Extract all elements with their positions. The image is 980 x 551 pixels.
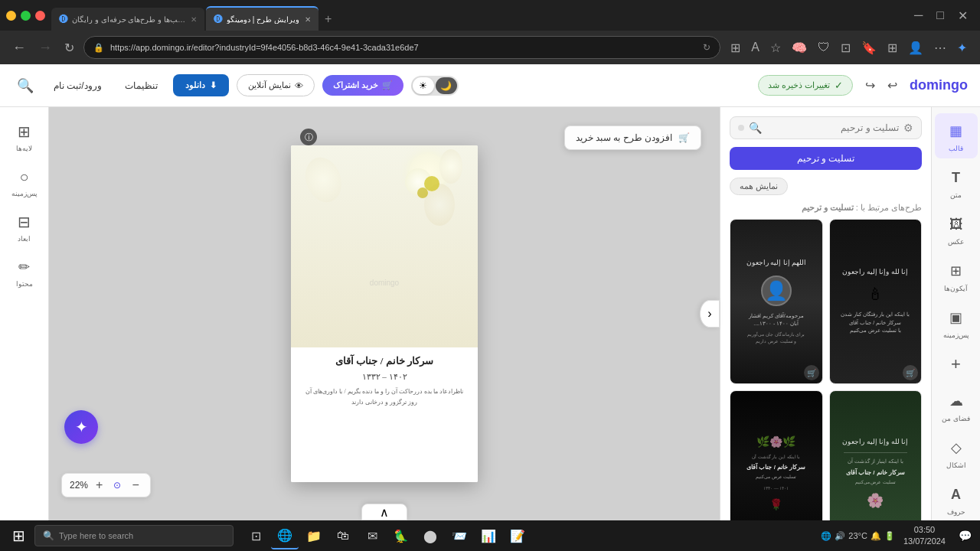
tool-layer[interactable]: ⊞ لایه‌ها xyxy=(3,115,46,158)
canvas-dates: ۱۴۰۲ – ۱۳۳۲ xyxy=(303,372,466,382)
subscribe-btn[interactable]: 🛒 خرید اشتراک xyxy=(322,75,403,96)
flower-3 xyxy=(439,149,462,184)
ext-apps2[interactable]: ⊞ xyxy=(884,37,901,58)
download-btn[interactable]: ⬇ دانلود xyxy=(173,74,229,96)
search-indicator xyxy=(738,125,744,131)
new-tab-btn[interactable]: + xyxy=(320,8,336,31)
tool-element[interactable]: ○ پس‌زمینه xyxy=(3,160,46,204)
ext-favorite[interactable]: ☆ xyxy=(766,37,785,58)
close-btn[interactable] xyxy=(35,11,45,21)
template-card-2[interactable]: اللهم إنا إليه راجعون 👤 مرحومه/آقای کریم… xyxy=(730,219,823,384)
ext-copilot[interactable]: ✦ xyxy=(953,37,971,58)
start-btn[interactable]: ⊞ xyxy=(5,522,32,549)
ext-account[interactable]: 👤 xyxy=(904,37,927,58)
arrow-toggle-right[interactable]: › xyxy=(700,300,720,328)
win-close[interactable]: ✕ xyxy=(952,7,974,24)
sidebar-tool-add[interactable]: + xyxy=(935,347,978,382)
signin-btn[interactable]: ورود/ثبت نام xyxy=(46,76,109,96)
ext-app[interactable]: ⊞ xyxy=(727,37,744,58)
taskbar-mail-icon[interactable]: ✉ xyxy=(358,522,386,549)
template-card-4[interactable]: 🌿🌸🌿 با اینکه این بار گذشت آن سرکار خانم … xyxy=(730,390,823,520)
save-indicator: ✓ تغییرات ذخیره شد xyxy=(758,75,853,96)
refresh-btn[interactable]: ↻ xyxy=(61,37,77,58)
taskbar-chrome-icon[interactable]: ⬤ xyxy=(416,522,444,549)
battery-icon: 🔋 xyxy=(884,531,895,541)
forward-btn[interactable]: → xyxy=(35,37,55,59)
taskbar-task-view[interactable]: ⊡ xyxy=(242,522,270,549)
browser-tabs: 🅓 قالب‌ها و طرح‌های حرفه‌ای و رایگان ✕ 🅓… xyxy=(51,0,902,31)
dark-theme-btn[interactable]: 🌙 xyxy=(436,77,457,94)
sidebar-tool-fonts[interactable]: A حروف xyxy=(935,477,978,522)
theme-toggle: 🌙 ☀ xyxy=(411,76,459,96)
sidebar-tool-shapes[interactable]: ◇ اشکال xyxy=(935,430,978,475)
ext-brain[interactable]: 🧠 xyxy=(788,37,811,58)
taskbar-parrot-icon[interactable]: 🦜 xyxy=(387,522,415,549)
taskbar-files-icon[interactable]: 📁 xyxy=(300,522,328,549)
search-btn[interactable]: 🔍 xyxy=(749,122,762,134)
redo-btn[interactable]: ↪ xyxy=(861,75,880,96)
tab-1-close[interactable]: ✕ xyxy=(191,15,197,24)
win-minimize[interactable]: ─ xyxy=(908,7,929,24)
zoom-reset-btn[interactable]: ⊙ xyxy=(110,478,124,492)
template-card-3[interactable]: إنا لله وإنا إليه راجعون با اینکه اینبار… xyxy=(829,390,923,520)
flower-5 xyxy=(299,152,348,207)
dimension-icon: ⊟ xyxy=(14,211,35,233)
tool-layer-label: لایه‌ها xyxy=(16,145,32,152)
ext-read[interactable]: A xyxy=(747,37,763,57)
myspace-icon: ☁ xyxy=(945,390,968,412)
canvas-action-btn[interactable]: 🛒 افزودن طرح به سبد خرید xyxy=(564,126,701,150)
condolence-template-btn[interactable]: تسلیت و ترحیم xyxy=(730,147,922,170)
filter-btn[interactable]: ⚙ xyxy=(903,122,913,134)
undo-btn[interactable]: ↩ xyxy=(883,75,902,96)
address-bar[interactable]: 🔒 https://app.domingo.ir/editor?industry… xyxy=(83,36,720,59)
template-card-1[interactable]: إنا لله وإنا إليه راجعون 🕯 با اینکه این … xyxy=(829,219,923,384)
ext-split[interactable]: ⊡ xyxy=(837,37,854,58)
magic-btn[interactable]: ✦ xyxy=(64,410,98,444)
arrow-toggle-top[interactable]: ∧ xyxy=(361,504,407,520)
settings-btn[interactable]: تنظیمات xyxy=(117,76,165,96)
zoom-in-btn[interactable]: + xyxy=(93,477,106,494)
sidebar-tool-icons[interactable]: ⊞ آیکون‌ها xyxy=(935,253,978,298)
sidebar-tool-myspace[interactable]: ☁ فضای من xyxy=(935,383,978,429)
date-display: 13/07/2024 xyxy=(903,536,946,547)
ext-more[interactable]: ⋯ xyxy=(930,37,950,58)
search-input[interactable] xyxy=(766,122,899,133)
taskbar-search[interactable]: 🔍 Type here to search xyxy=(34,525,234,546)
sidebar-tool-template[interactable]: ▦ قالب xyxy=(935,113,978,158)
tag-show-all[interactable]: نمایش همه xyxy=(730,178,788,195)
fonts-icon: A xyxy=(945,483,968,506)
network-icon: 🌐 xyxy=(821,531,831,541)
tool-content[interactable]: ✏ محتوا xyxy=(3,250,46,294)
taskbar-word-icon[interactable]: 📝 xyxy=(504,522,531,549)
lock-icon: 🔒 xyxy=(93,43,104,53)
notification-panel-btn[interactable]: 💬 xyxy=(954,525,975,546)
taskbar-excel-icon[interactable]: 📊 xyxy=(475,522,502,549)
header-search-btn[interactable]: 🔍 xyxy=(12,74,38,97)
sidebar-tool-photo[interactable]: 🖼 عکس xyxy=(935,207,978,252)
info-badge[interactable]: ⓘ xyxy=(300,129,317,145)
taskbar-telegram-icon[interactable]: 📨 xyxy=(446,522,473,549)
taskbar-time[interactable]: 03:50 13/07/2024 xyxy=(897,524,952,548)
sidebar-text-label: متن xyxy=(950,191,962,199)
ext-shield[interactable]: 🛡 xyxy=(814,37,834,57)
sidebar-tool-background[interactable]: ▣ پس‌زمینه xyxy=(935,300,978,345)
minimize-btn[interactable] xyxy=(6,11,16,21)
shapes-icon: ◇ xyxy=(945,436,968,459)
back-btn[interactable]: ← xyxy=(9,37,29,59)
tool-dimension[interactable]: ⊟ ابعاد xyxy=(3,205,46,249)
time-display: 03:50 xyxy=(903,524,946,536)
ext-collection[interactable]: 🔖 xyxy=(858,37,880,58)
light-theme-btn[interactable]: ☀ xyxy=(413,77,434,94)
taskbar-store-icon[interactable]: 🛍 xyxy=(329,522,357,549)
element-icon: ○ xyxy=(14,166,35,187)
win-maximize[interactable]: □ xyxy=(930,7,950,24)
tab-2-close[interactable]: ✕ xyxy=(305,15,311,24)
refresh-in-bar: ↻ xyxy=(703,42,710,53)
tab-2[interactable]: 🅓 ویرایش طرح | دومینگو ✕ xyxy=(206,6,318,31)
taskbar-browser-icon[interactable]: 🌐 xyxy=(271,522,299,549)
online-btn[interactable]: 👁 نمایش آنلاین xyxy=(237,74,315,96)
zoom-out-btn[interactable]: − xyxy=(129,477,142,494)
sidebar-tool-text[interactable]: T متن xyxy=(935,160,978,205)
tab-1[interactable]: 🅓 قالب‌ها و طرح‌های حرفه‌ای و رایگان ✕ xyxy=(51,8,204,31)
maximize-btn[interactable] xyxy=(21,11,31,21)
